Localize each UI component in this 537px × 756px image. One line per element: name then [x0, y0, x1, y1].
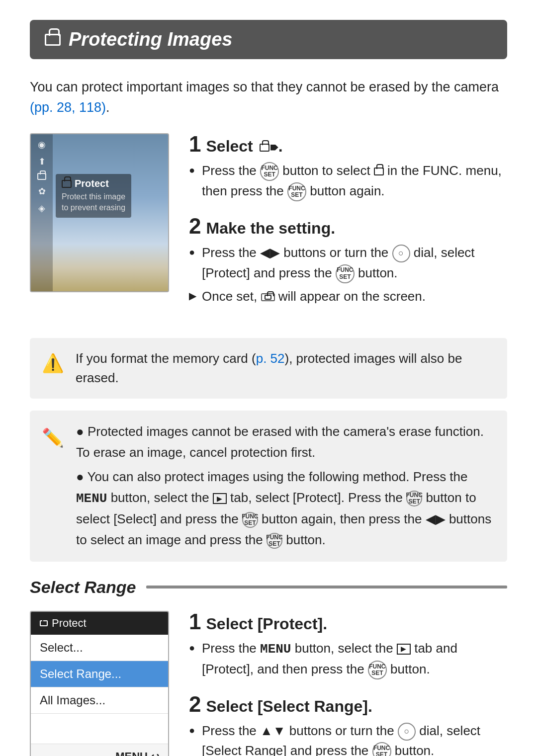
menu-footer: MENU ↩	[31, 744, 168, 756]
step-1-content: ● Press the FUNCSET button to select in …	[189, 161, 507, 201]
sidebar-icon-1: ◉	[38, 139, 46, 150]
func-set-btn-4: FUNCSET	[368, 661, 387, 679]
sidebar-icon-5: ◈	[38, 203, 45, 214]
sidebar-icons: ◉ ⬆ ✿ ◈	[31, 134, 53, 291]
step-3-header: 1 Select [Protect].	[189, 611, 507, 633]
playback-tab-icon: ▶	[213, 493, 227, 504]
intro-text: You can protect important images so that…	[30, 77, 507, 117]
protect-label-box: Protect Protect this image to prevent er…	[56, 174, 131, 218]
step-2-bullet-2: ▶ Once set, will appear on the screen.	[189, 286, 507, 306]
notice-text: If you format the memory card (p. 52), p…	[76, 349, 495, 388]
lock-icon	[62, 180, 72, 188]
note-icon: ✏️	[42, 423, 64, 452]
menu-item-select[interactable]: Select...	[31, 635, 168, 661]
step-4-bullet-1: ● Press the ▲▼ buttons or turn the ○ dia…	[189, 721, 507, 756]
note-content: ● Protected images cannot be erased with…	[76, 421, 495, 551]
func-set-btn-1: FUNCSET	[260, 162, 279, 181]
step-1-title: Select .	[206, 137, 282, 156]
select-range-header: Select Range	[30, 578, 507, 597]
select-range-divider	[146, 586, 507, 588]
step-1-bullet-1: ● Press the FUNCSET button to select in …	[189, 161, 507, 201]
notice-box: ⚠️ If you format the memory card (p. 52)…	[30, 338, 507, 399]
menu-footer-label: MENU	[115, 750, 148, 756]
step-2: 2 Make the setting. ● Press the ◀▶ butto…	[189, 215, 507, 306]
menu-item-all-images[interactable]: All Images...	[31, 687, 168, 714]
camera-screen: ◉ ⬆ ✿ ◈ Protect Protect this image to pr…	[30, 133, 169, 292]
step-3: 1 Select [Protect]. ● Press the MENU but…	[189, 611, 507, 679]
note-bullet-2: ● You can also protect images using the …	[76, 467, 495, 550]
page-content: Protecting Images You can protect import…	[0, 0, 537, 756]
steps-container-2: 1 Select [Protect]. ● Press the MENU but…	[189, 611, 507, 756]
func-set-btn-2: FUNCSET	[287, 182, 306, 201]
section-top: ◉ ⬆ ✿ ◈ Protect Protect this image to pr…	[30, 133, 507, 320]
protect-sidebar-icon	[37, 173, 46, 180]
func-set-btn-note3: FUNCSET	[267, 533, 282, 549]
intro-link[interactable]: (pp. 28, 118)	[30, 100, 106, 115]
menu-item-select-range[interactable]: Select Range...	[31, 661, 168, 687]
playback-tab-icon-2: ▶	[397, 644, 411, 655]
func-set-btn-note: FUNCSET	[406, 491, 422, 506]
protect-desc: Protect this image to prevent erasing	[62, 191, 125, 214]
notice-icon: ⚠️	[42, 350, 64, 377]
step-2-content: ● Press the ◀▶ buttons or turn the ○ dia…	[189, 243, 507, 306]
step-2-bullet-1: ● Press the ◀▶ buttons or turn the ○ dia…	[189, 243, 507, 283]
dial-icon-2: ○	[398, 723, 416, 741]
steps-container: 1 Select . ● Press the FUNCSET button to…	[189, 133, 507, 320]
step-4-content: ● Press the ▲▼ buttons or turn the ○ dia…	[189, 721, 507, 756]
select-range-title: Select Range	[30, 578, 146, 597]
step-2-title: Make the setting.	[206, 219, 335, 238]
page-title: Protecting Images	[69, 29, 232, 50]
sidebar-icon-2: ⬆	[38, 156, 46, 167]
select-protect-icon	[260, 144, 269, 152]
note-box: ✏️ ● Protected images cannot be erased w…	[30, 411, 507, 562]
title-bar: Protecting Images	[30, 20, 507, 59]
step-3-bullet-1: ● Press the MENU button, select the ▶ ta…	[189, 638, 507, 679]
sidebar-icon-4: ✿	[38, 186, 46, 197]
menu-back-icon: ↩	[151, 751, 159, 756]
step-4-title: Select [Select Range].	[206, 697, 372, 716]
func-set-btn-5: FUNCSET	[372, 742, 391, 756]
note-bullet-1: ● Protected images cannot be erased with…	[76, 421, 495, 463]
menu-header-label: Protect	[52, 617, 87, 630]
step-1-header: 1 Select .	[189, 133, 507, 156]
menu-header: Protect	[31, 612, 168, 635]
step-3-title: Select [Protect].	[206, 615, 327, 633]
step-3-content: ● Press the MENU button, select the ▶ ta…	[189, 638, 507, 679]
step-1: 1 Select . ● Press the FUNCSET button to…	[189, 133, 507, 201]
notice-link[interactable]: p. 52	[256, 351, 285, 366]
menu-mockup: Protect Select... Select Range... All Im…	[30, 611, 169, 756]
menu-protect-icon	[40, 620, 48, 626]
protect-symbol-inline	[374, 168, 384, 175]
protect-title-icon	[45, 34, 61, 46]
func-set-btn-note2: FUNCSET	[242, 512, 258, 528]
step-2-header: 2 Make the setting.	[189, 215, 507, 238]
step-4-header: 2 Select [Select Range].	[189, 693, 507, 716]
protect-row: Protect	[62, 178, 125, 189]
protect-set-indicator	[261, 293, 275, 301]
func-set-btn-3: FUNCSET	[336, 264, 355, 283]
step-4: 2 Select [Select Range]. ● Press the ▲▼ …	[189, 693, 507, 756]
section-bottom: Protect Select... Select Range... All Im…	[30, 611, 507, 756]
dial-icon-1: ○	[392, 245, 410, 262]
